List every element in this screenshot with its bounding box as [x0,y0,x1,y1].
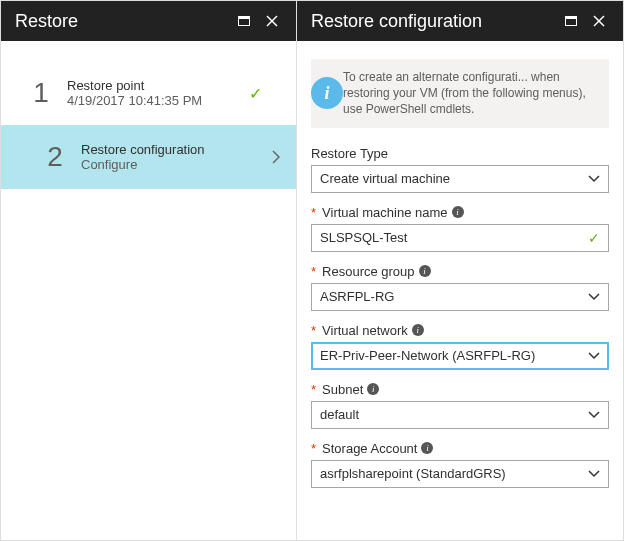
chevron-down-icon [588,470,600,478]
vm-name-input[interactable]: SLSPSQL-Test ✓ [311,224,609,252]
chevron-down-icon [588,175,600,183]
vm-name-label: Virtual machine name [322,205,448,220]
virtual-network-field: *Virtual networki ER-Priv-Peer-Network (… [311,323,609,370]
resource-group-label: Resource group [322,264,415,279]
vm-name-field: *Virtual machine namei SLSPSQL-Test ✓ [311,205,609,252]
resource-group-value: ASRFPL-RG [320,289,588,304]
step-title: Restore configuration [81,142,258,157]
step-subtitle: 4/19/2017 10:41:35 PM [67,93,235,108]
virtual-network-select[interactable]: ER-Priv-Peer-Network (ASRFPL-RG) [311,342,609,370]
maximize-icon [565,16,577,26]
virtual-network-label: Virtual network [322,323,408,338]
restore-type-field: Restore Type Create virtual machine [311,146,609,193]
chevron-down-icon [588,293,600,301]
info-text: To create an alternate configurati... wh… [343,59,609,128]
storage-account-select[interactable]: asrfplsharepoint (StandardGRS) [311,460,609,488]
restore-type-select[interactable]: Create virtual machine [311,165,609,193]
chevron-down-icon [588,352,600,360]
resource-group-field: *Resource groupi ASRFPL-RG [311,264,609,311]
info-banner: i To create an alternate configurati... … [311,59,609,128]
info-icon: i [311,77,343,109]
subnet-label: Subnet [322,382,363,397]
required-indicator: * [311,323,316,338]
valid-check-icon: ✓ [588,230,600,246]
subnet-select[interactable]: default [311,401,609,429]
storage-account-label: Storage Account [322,441,417,456]
restore-config-form: Restore Type Create virtual machine *Vir… [297,142,623,504]
virtual-network-value: ER-Priv-Peer-Network (ASRFPL-RG) [320,348,588,363]
step-number: 1 [29,77,53,109]
left-pane-header: Restore [1,1,296,41]
restore-maximize-button[interactable] [230,7,258,35]
step-title: Restore point [67,78,235,93]
info-icon[interactable]: i [452,206,464,218]
info-icon[interactable]: i [367,383,379,395]
wizard-step-restore-point[interactable]: 1 Restore point 4/19/2017 10:41:35 PM ✓ [19,61,278,125]
info-icon[interactable]: i [421,442,433,454]
required-indicator: * [311,382,316,397]
maximize-icon [238,16,250,26]
config-maximize-button[interactable] [557,7,585,35]
restore-type-label: Restore Type [311,146,388,161]
chevron-right-icon [272,150,280,164]
right-pane-title: Restore configuration [311,11,557,32]
left-pane-title: Restore [15,11,230,32]
config-close-button[interactable] [585,7,613,35]
check-icon: ✓ [249,84,262,103]
close-icon [266,15,278,27]
step-number: 2 [43,141,67,173]
restore-wizard-pane: Restore 1 Restore point 4/19/2017 10:41:… [1,1,297,540]
resource-group-select[interactable]: ASRFPL-RG [311,283,609,311]
step-subtitle: Configure [81,157,258,172]
right-pane-header: Restore configuration [297,1,623,41]
close-icon [593,15,605,27]
restore-type-value: Create virtual machine [320,171,588,186]
restore-close-button[interactable] [258,7,286,35]
required-indicator: * [311,264,316,279]
required-indicator: * [311,205,316,220]
storage-account-field: *Storage Accounti asrfplsharepoint (Stan… [311,441,609,488]
required-indicator: * [311,441,316,456]
info-icon[interactable]: i [412,324,424,336]
subnet-value: default [320,407,588,422]
storage-account-value: asrfplsharepoint (StandardGRS) [320,466,588,481]
wizard-step-restore-configuration[interactable]: 2 Restore configuration Configure [1,125,296,189]
subnet-field: *Subneti default [311,382,609,429]
vm-name-value: SLSPSQL-Test [320,230,588,245]
wizard-steps: 1 Restore point 4/19/2017 10:41:35 PM ✓ … [1,41,296,189]
chevron-down-icon [588,411,600,419]
restore-configuration-pane: Restore configuration i To create an alt… [297,1,623,540]
info-icon[interactable]: i [419,265,431,277]
